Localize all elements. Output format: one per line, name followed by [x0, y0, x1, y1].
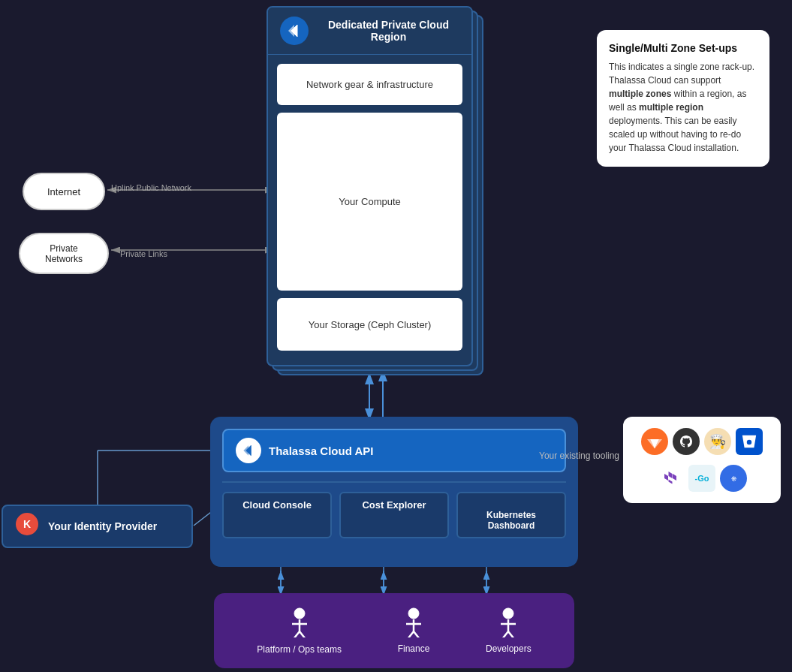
thalassa-logo-api — [236, 438, 261, 463]
svg-text:K: K — [23, 518, 31, 530]
svg-line-38 — [414, 631, 420, 637]
cloud-console-btn[interactable]: Cloud Console — [222, 492, 332, 538]
tooling-label: Your existing tooling — [539, 451, 619, 461]
storage-box: Your Storage (Ceph Cluster) — [277, 298, 462, 351]
kubernetes-svg: ⎈ — [725, 470, 742, 487]
developers-icon — [497, 607, 519, 640]
compute-box: Your Compute — [277, 113, 462, 291]
person-finance-svg — [402, 607, 425, 637]
idp-logo: K — [15, 512, 39, 541]
gitlab-svg — [646, 432, 664, 451]
platform-panel: Platform / Ops teams Finance — [214, 593, 574, 668]
region-content: Network gear & infrastructure Your Compu… — [268, 55, 471, 360]
bitbucket-svg — [741, 433, 757, 450]
platform-ops-label: Platform / Ops teams — [257, 644, 342, 655]
idp-box: K Your Identity Provider — [2, 505, 193, 548]
svg-text:⎈: ⎈ — [731, 472, 737, 483]
cloud-region-header: Dedicated Private Cloud Region — [268, 8, 471, 55]
tooling-box: 👨‍🍳 -Go ⎈ — [623, 417, 781, 503]
kubernetes-icon: ⎈ — [720, 465, 747, 492]
info-box: Single/Multi Zone Set-ups This indicates… — [597, 30, 769, 167]
svg-point-39 — [503, 608, 513, 619]
chef-icon: 👨‍🍳 — [704, 428, 731, 455]
chevron-icon-api — [241, 443, 256, 458]
uplink-label: Uplink Public Network — [111, 183, 191, 192]
github-icon — [673, 428, 700, 455]
platform-ops-icon — [288, 607, 311, 641]
developers-person: Developers — [486, 607, 532, 654]
finance-icon — [402, 607, 425, 640]
cost-explorer-btn[interactable]: Cost Explorer — [339, 492, 449, 538]
finance-person: Finance — [398, 607, 430, 654]
internet-label: Internet — [47, 186, 80, 197]
svg-line-37 — [408, 631, 414, 637]
developers-label: Developers — [486, 643, 532, 654]
svg-marker-21 — [288, 25, 294, 37]
info-title: Single/Multi Zone Set-ups — [609, 42, 757, 54]
finance-label: Finance — [398, 643, 430, 654]
svg-marker-23 — [243, 445, 248, 455]
cloud-console-label: Cloud Console — [242, 499, 312, 511]
kubernetes-dashboard-label: Kubernetes Dashboard — [486, 510, 536, 531]
api-header: Thalassa Cloud API — [222, 429, 566, 472]
person-ops-svg — [288, 607, 311, 637]
compute-label: Your Compute — [339, 196, 401, 207]
private-networks-label: Private Networks — [45, 243, 83, 264]
gitlab-icon — [641, 428, 668, 455]
github-svg — [677, 432, 695, 451]
svg-line-33 — [300, 631, 306, 637]
golang-icon: -Go — [688, 465, 715, 492]
chevron-icon — [285, 22, 303, 40]
api-divider — [222, 481, 566, 483]
terraform-svg — [661, 469, 679, 487]
network-gear-label: Network gear & infrastructure — [306, 79, 433, 90]
api-panel: Thalassa Cloud API Cloud Console Cost Ex… — [210, 417, 578, 567]
private-networks-cloud: Private Networks — [19, 233, 109, 274]
kubernetes-dashboard-btn[interactable]: Kubernetes Dashboard — [456, 492, 566, 538]
svg-point-34 — [408, 608, 419, 619]
api-title: Thalassa Cloud API — [269, 444, 373, 457]
svg-line-32 — [294, 631, 300, 637]
internet-cloud: Internet — [23, 173, 105, 210]
terraform-icon — [657, 465, 684, 492]
network-gear-box: Network gear & infrastructure — [277, 64, 462, 105]
storage-label: Your Storage (Ceph Cluster) — [309, 319, 432, 330]
svg-point-29 — [294, 608, 305, 619]
cost-explorer-label: Cost Explorer — [362, 499, 426, 511]
cloud-region-title: Dedicated Private Cloud Region — [318, 19, 459, 43]
thalassa-logo-region — [280, 17, 309, 45]
diagram-container: Dedicated Private Cloud Region Network g… — [0, 0, 792, 672]
private-links-label: Private Links — [120, 249, 167, 258]
cloud-region-main: Dedicated Private Cloud Region Network g… — [267, 6, 473, 366]
platform-ops-person: Platform / Ops teams — [257, 607, 342, 655]
bitbucket-icon — [736, 428, 763, 455]
idp-label: Your Identity Provider — [48, 520, 157, 532]
svg-line-42 — [502, 631, 508, 637]
api-tools: Cloud Console Cost Explorer Kubernetes D… — [222, 492, 566, 538]
info-text: This indicates a single zone rack-up. Th… — [609, 60, 757, 155]
svg-line-43 — [508, 631, 514, 637]
keycloak-icon: K — [15, 512, 39, 536]
person-dev-svg — [497, 607, 519, 637]
